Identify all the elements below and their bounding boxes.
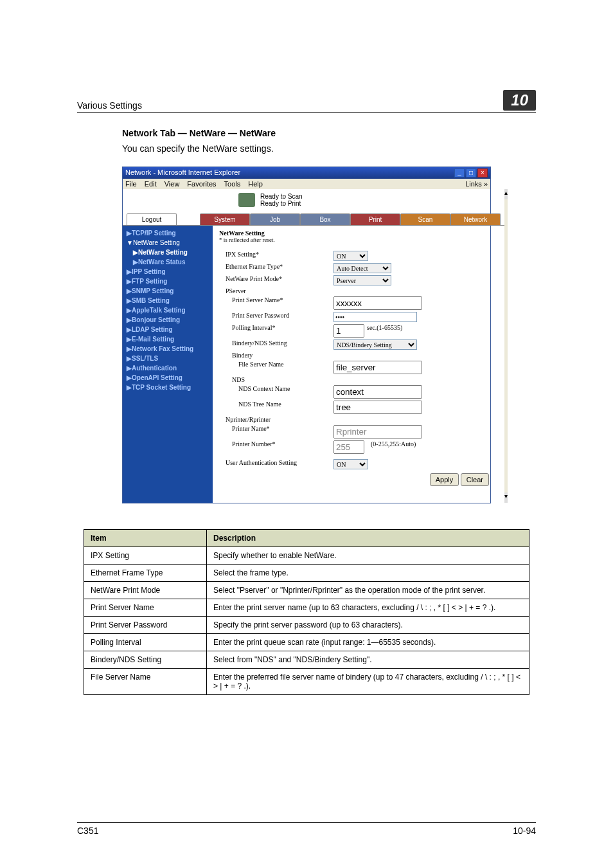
fsn-input[interactable] (333, 361, 422, 374)
pname-label: Print Server Name* (219, 296, 333, 310)
tab-scan[interactable]: Scan (400, 213, 450, 225)
pno-unit: (0-255,255:Auto) (371, 440, 416, 454)
table-row: Bindery/NDS SettingSelect from "NDS" and… (84, 651, 529, 669)
table-row: File Server NameEnter the preferred file… (84, 669, 529, 695)
apply-button[interactable]: Apply (430, 473, 459, 486)
sidebar-netware-setting[interactable]: ▶NetWare Setting (123, 248, 213, 257)
mode-label: NetWare Print Mode* (219, 275, 333, 285)
scroll-up-icon[interactable]: ▴ (504, 189, 508, 199)
main-panel: NetWare Setting * is reflected after res… (213, 226, 504, 503)
sidebar: ▶TCP/IP Setting ▼NetWare Setting ▶NetWar… (123, 226, 213, 503)
menu-file[interactable]: File (125, 180, 137, 188)
th-item: Item (84, 530, 207, 547)
ipx-label: IPX Setting* (219, 251, 333, 261)
menu-edit[interactable]: Edit (145, 180, 157, 188)
table-row: Print Server NameEnter the print server … (84, 599, 529, 617)
sidebar-ftp[interactable]: ▶FTP Setting (123, 276, 213, 286)
sidebar-netware[interactable]: ▼NetWare Setting (123, 238, 213, 248)
sidebar-ipp[interactable]: ▶IPP Setting (123, 267, 213, 276)
panel-note: * is reflected after reset. (219, 237, 498, 243)
ppwd-input[interactable] (333, 312, 417, 322)
frame-select[interactable]: Auto Detect (333, 263, 391, 273)
frame-label: Ethernet Frame Type* (219, 263, 333, 273)
table-row: Polling IntervalEnter the print queue sc… (84, 634, 529, 651)
pserver-heading: PServer (219, 287, 333, 294)
description-table: Item Description IPX SettingSpecify whet… (84, 529, 529, 695)
bnds-label: Bindery/NDS Setting (219, 339, 333, 350)
uauth-label: User Authentication Setting (219, 459, 333, 469)
sidebar-ssl[interactable]: ▶SSL/TLS (123, 354, 213, 363)
minimize-icon[interactable]: _ (454, 168, 465, 177)
section-title: Network Tab — NetWare — NetWare (122, 128, 536, 138)
sidebar-ldap[interactable]: ▶LDAP Setting (123, 325, 213, 334)
poll-unit: sec.(1-65535) (367, 324, 402, 338)
tab-job[interactable]: Job (250, 213, 300, 225)
header-left: Various Settings (77, 100, 142, 111)
sidebar-bonjour[interactable]: ▶Bonjour Setting (123, 315, 213, 325)
pname-input[interactable] (333, 296, 422, 310)
prn-input[interactable] (333, 425, 422, 439)
bnds-select[interactable]: NDS/Bindery Setting (333, 339, 417, 350)
sidebar-netware-status[interactable]: ▶NetWare Status (123, 257, 213, 267)
ctx-input[interactable] (333, 385, 422, 399)
ppwd-label: Print Server Password (219, 312, 333, 322)
footer-right: 10-94 (513, 826, 536, 836)
browser-window: Network - Microsoft Internet Explorer _ … (122, 167, 491, 503)
tree-label: NDS Tree Name (219, 401, 333, 414)
scroll-down-icon[interactable]: ▾ (504, 493, 508, 503)
tab-print[interactable]: Print (350, 213, 400, 225)
sidebar-tcpip[interactable]: ▶TCP/IP Setting (123, 228, 213, 238)
footer-left: C351 (77, 826, 98, 836)
sidebar-auth[interactable]: ▶Authentication (123, 363, 213, 373)
pno-input[interactable] (333, 440, 364, 454)
table-row: IPX SettingSpecify whether to enable Net… (84, 547, 529, 565)
links-label[interactable]: Links (465, 180, 482, 188)
nprinter-heading: Nprinter/Rprinter (219, 416, 333, 423)
poll-input[interactable] (333, 324, 364, 338)
status-scan: Ready to Scan (260, 193, 303, 200)
close-icon[interactable]: × (477, 168, 488, 177)
prn-label: Printer Name* (219, 425, 333, 439)
bindery-heading: Bindery (219, 352, 333, 359)
mode-select[interactable]: Pserver (333, 275, 391, 285)
fsn-label: File Server Name (219, 361, 333, 374)
table-row: Ethernet Frame TypeSelect the frame type… (84, 565, 529, 582)
table-row: Print Server PasswordSpecify the print s… (84, 617, 529, 634)
menu-favorites[interactable]: Favorites (187, 180, 216, 188)
pno-label: Printer Number* (219, 440, 333, 454)
poll-label: Polling Interval* (219, 324, 333, 338)
clear-button[interactable]: Clear (461, 473, 489, 486)
chapter-badge: 10 (503, 90, 536, 111)
nds-heading: NDS (219, 376, 333, 383)
sidebar-appletalk[interactable]: ▶AppleTalk Setting (123, 305, 213, 315)
sidebar-openapi[interactable]: ▶OpenAPI Setting (123, 373, 213, 383)
tab-system[interactable]: System (200, 213, 250, 225)
sidebar-email[interactable]: ▶E-Mail Setting (123, 334, 213, 344)
tab-box[interactable]: Box (300, 213, 350, 225)
menu-tools[interactable]: Tools (224, 180, 241, 188)
sidebar-snmp[interactable]: ▶SNMP Setting (123, 286, 213, 296)
tab-network[interactable]: Network (450, 213, 501, 225)
scrollbar[interactable]: ▴ ▾ (504, 189, 508, 503)
logout-button[interactable]: Logout (127, 213, 177, 225)
ipx-select[interactable]: ON (333, 251, 368, 261)
window-title: Network - Microsoft Internet Explorer (125, 168, 240, 177)
menu-view[interactable]: View (164, 180, 180, 188)
menu-help[interactable]: Help (248, 180, 263, 188)
uauth-select[interactable]: ON (333, 459, 368, 469)
sidebar-netfax[interactable]: ▶Network Fax Setting (123, 344, 213, 354)
sidebar-tcpsock[interactable]: ▶TCP Socket Setting (123, 383, 213, 392)
section-desc: You can specify the NetWare settings. (122, 143, 536, 154)
status-print: Ready to Print (260, 200, 303, 207)
printer-icon (238, 193, 255, 207)
sidebar-smb[interactable]: ▶SMB Setting (123, 296, 213, 305)
tree-input[interactable] (333, 401, 422, 414)
panel-heading: NetWare Setting (219, 230, 498, 237)
table-row: NetWare Print ModeSelect "Pserver" or "N… (84, 582, 529, 599)
links-chevron-icon[interactable]: » (484, 180, 488, 188)
maximize-icon[interactable]: □ (466, 168, 476, 177)
ctx-label: NDS Context Name (219, 385, 333, 399)
th-desc: Description (207, 530, 529, 547)
